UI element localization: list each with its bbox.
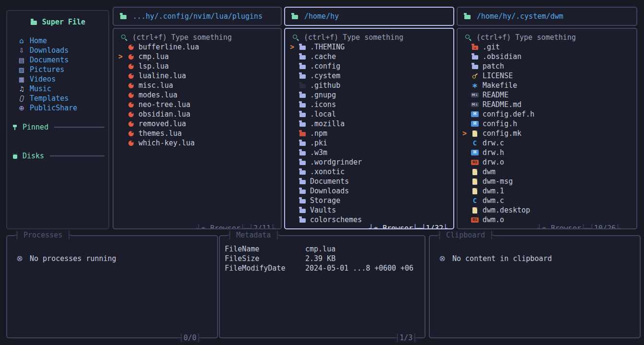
sidebar-item[interactable]: ♫ Music [7,84,108,94]
section-divider [50,155,104,156]
file-row[interactable]: C drw.c [461,138,632,148]
file-row[interactable]: neo-tree.lua [117,100,277,109]
file-row[interactable]: themes.lua [117,129,277,138]
file-row[interactable]: .icons [289,100,449,109]
panel-body: (ctrl+f) Type something .git .obsidian p… [457,28,637,229]
file-row[interactable]: cmp.lua [117,52,277,61]
file-row[interactable]: config.mk [461,129,632,138]
sidebar-item[interactable]: ⌂ Home [7,36,108,46]
file-row[interactable]: .THEMING [289,42,449,52]
folder-icon [471,62,479,70]
metadata-counter: ┤1/3├ [395,333,417,343]
file-row[interactable]: .obsidian [461,52,632,61]
panel-path-bar[interactable]: /home/hy [284,7,454,26]
file-row[interactable]: patch [461,61,632,71]
sidebar-item-label: Music [30,84,51,93]
sidebar-item[interactable]: ▦ Videos [7,74,108,84]
sidebar-item[interactable]: ▤ Documents [7,55,108,65]
sidebar-item[interactable]: Templates [7,94,108,103]
file-row[interactable]: .xonotic [289,167,449,177]
file-row[interactable]: Downloads [289,186,449,196]
file-row[interactable]: Storage [289,196,449,205]
file-name: Downloads [310,187,349,195]
panel-path-bar[interactable]: ...hy/.config/nvim/lua/plugins [113,7,282,26]
file-row[interactable]: 01 dwm.o [461,215,632,225]
file-row[interactable]: lsp.lua [117,61,277,71]
file-row[interactable]: H config.h [461,119,632,129]
file-row[interactable]: H drw.h [461,148,632,157]
file-row[interactable]: M↓ README [461,90,632,100]
obj-icon: 01 [471,217,479,223]
video-icon: ▦ [18,75,25,83]
file-name: .npm [310,129,327,138]
file-row[interactable]: colorschemes [289,215,449,225]
metadata-row: FileName cmp.lua [225,245,425,254]
sidebar-item[interactable]: ▨ Pictures [7,65,108,74]
lua-icon [127,82,135,89]
file-row[interactable]: .git [461,42,632,52]
metadata-row: FileSize 2.39 KB [225,254,425,264]
file-row[interactable]: .cache [289,52,449,61]
file-row[interactable]: removed.lua [117,119,277,129]
file-row[interactable]: modes.lua [117,90,277,100]
file-name: dwm [483,167,495,176]
folder-icon [299,72,306,80]
sidebar-item[interactable]: ⇩ Downloads [7,46,108,55]
file-row[interactable]: dwm-msg [461,177,632,186]
file-name: Documents [310,177,349,186]
file-row[interactable]: M↓ README.md [461,100,632,109]
file-row[interactable]: misc.lua [117,81,277,90]
search-input[interactable]: (ctrl+f) Type something [289,33,449,42]
file-name: bufferline.lua [138,43,199,51]
file-row[interactable]: .wordgrinder [289,157,449,167]
file-row[interactable]: LICENSE [461,71,632,81]
file-row[interactable]: .cystem [289,71,449,81]
file-row[interactable]: .mozilla [289,119,449,129]
file-row[interactable]: dwm.desktop [461,205,632,215]
file-row[interactable]: .config [289,61,449,71]
file-name: .git [483,43,500,51]
file-row[interactable]: which-key.lua [117,138,277,148]
metadata-key: FileModifyDate [225,264,305,274]
folder-git-icon [471,43,479,51]
file-row[interactable]: .github [289,81,449,90]
sidebar: Super File ⌂ Home ⇩ Downloads ▤ Document… [6,10,109,229]
search-input[interactable]: (ctrl+f) Type something [117,33,277,42]
sidebar-section-header[interactable]: Disks [7,151,108,161]
lua-icon [127,101,135,108]
sidebar-item[interactable]: ⊕ PublicShare [7,103,108,113]
file-row[interactable]: .npm [289,129,449,138]
panel-path-bar[interactable]: /home/hy/.cystem/dwm [457,7,637,26]
sidebar-section-header[interactable]: Pinned [7,122,108,132]
file-row[interactable]: * Makefile [461,81,632,90]
file-name: .cystem [310,71,340,80]
folder-icon [299,101,306,108]
file-row[interactable]: 01 drw.o [461,157,632,167]
folder-icon [299,62,306,70]
file-row[interactable]: .local [289,109,449,119]
file-row[interactable]: bufferline.lua [117,42,277,52]
file-row[interactable]: dwm [461,167,632,177]
file-row[interactable]: Vaults [289,205,449,215]
metadata-key: FileSize [225,254,305,264]
file-row[interactable]: .gnupg [289,90,449,100]
file-row[interactable]: dwm.1 [461,186,632,196]
file-name: .THEMING [310,43,345,51]
file-row[interactable]: C dwm.c [461,196,632,205]
search-input[interactable]: (ctrl+f) Type something [461,33,632,42]
file-row[interactable]: obsidian.lua [117,109,277,119]
folder-teal-icon [119,12,127,20]
folder-icon [299,206,306,214]
clipboard-empty-state: ⊗ No content in clipboard [430,236,640,263]
file-row[interactable]: H config.def.h [461,109,632,119]
file-name: Vaults [310,206,336,214]
folder-teal-icon [291,12,299,20]
file-row[interactable]: lualine.lua [117,71,277,81]
file-row[interactable]: .w3m [289,148,449,157]
file-name: drw.c [483,139,504,147]
file-row[interactable]: .pki [289,138,449,148]
file-name: lualine.lua [138,71,186,80]
file-row[interactable]: Documents [289,177,449,186]
file-name: drw.o [483,158,504,167]
house-icon: ⌂ [18,37,25,45]
